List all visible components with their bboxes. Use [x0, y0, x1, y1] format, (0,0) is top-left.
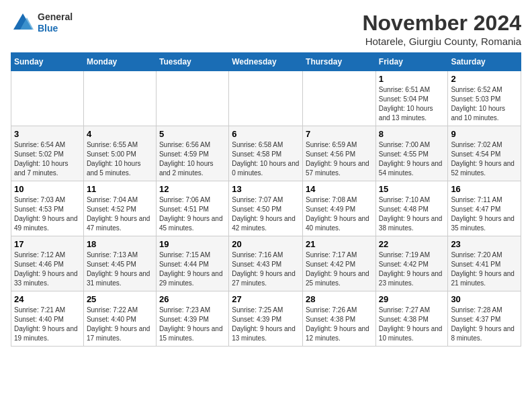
day-number: 24 — [14, 294, 81, 304]
day-info: Sunrise: 7:12 AM Sunset: 4:46 PM Dayligh… — [14, 250, 81, 288]
day-info: Sunrise: 6:51 AM Sunset: 5:04 PM Dayligh… — [379, 85, 445, 123]
day-number: 13 — [232, 184, 300, 194]
calendar-day-cell: 1Sunrise: 6:51 AM Sunset: 5:04 PM Daylig… — [375, 71, 448, 126]
day-info: Sunrise: 7:15 AM Sunset: 4:44 PM Dayligh… — [159, 250, 226, 288]
day-info: Sunrise: 7:08 AM Sunset: 4:49 PM Dayligh… — [306, 195, 373, 233]
calendar-table: SundayMondayTuesdayWednesdayThursdayFrid… — [11, 52, 521, 347]
day-info: Sunrise: 7:27 AM Sunset: 4:38 PM Dayligh… — [379, 306, 445, 343]
day-number: 19 — [159, 239, 226, 249]
calendar-day-cell: 19Sunrise: 7:15 AM Sunset: 4:44 PM Dayli… — [156, 236, 228, 291]
day-number: 27 — [232, 294, 300, 304]
day-info: Sunrise: 7:04 AM Sunset: 4:52 PM Dayligh… — [87, 195, 153, 233]
day-number: 22 — [379, 239, 445, 249]
day-info: Sunrise: 6:59 AM Sunset: 4:56 PM Dayligh… — [306, 140, 373, 178]
day-info: Sunrise: 7:20 AM Sunset: 4:41 PM Dayligh… — [451, 250, 518, 288]
day-number: 12 — [159, 184, 226, 194]
calendar-day-cell: 23Sunrise: 7:20 AM Sunset: 4:41 PM Dayli… — [448, 236, 521, 291]
day-info: Sunrise: 7:22 AM Sunset: 4:40 PM Dayligh… — [87, 306, 153, 343]
day-number: 25 — [87, 294, 153, 304]
calendar-day-cell: 3Sunrise: 6:54 AM Sunset: 5:02 PM Daylig… — [11, 126, 84, 181]
day-number: 3 — [14, 129, 81, 139]
day-number: 7 — [306, 129, 373, 139]
calendar-day-cell: 16Sunrise: 7:11 AM Sunset: 4:47 PM Dayli… — [448, 181, 521, 236]
calendar-day-cell: 7Sunrise: 6:59 AM Sunset: 4:56 PM Daylig… — [303, 126, 376, 181]
day-number: 15 — [379, 184, 445, 194]
day-number: 16 — [451, 184, 518, 194]
calendar-day-cell: 29Sunrise: 7:27 AM Sunset: 4:38 PM Dayli… — [375, 291, 448, 347]
day-number: 20 — [232, 239, 300, 249]
calendar-day-cell: 28Sunrise: 7:26 AM Sunset: 4:38 PM Dayli… — [303, 291, 376, 347]
day-info: Sunrise: 6:54 AM Sunset: 5:02 PM Dayligh… — [14, 140, 81, 178]
calendar-day-cell — [11, 71, 84, 126]
weekday-header-row: SundayMondayTuesdayWednesdayThursdayFrid… — [11, 53, 521, 71]
logo-general-text: General — [38, 11, 73, 23]
title-area: November 2024 Hotarele, Giurgiu County, … — [362, 11, 521, 47]
day-info: Sunrise: 6:55 AM Sunset: 5:00 PM Dayligh… — [87, 140, 153, 178]
weekday-header-sunday: Sunday — [11, 53, 84, 71]
calendar-day-cell — [229, 71, 303, 126]
calendar-day-cell: 12Sunrise: 7:06 AM Sunset: 4:51 PM Dayli… — [156, 181, 228, 236]
calendar-day-cell — [303, 71, 376, 126]
day-number: 14 — [306, 184, 373, 194]
calendar-day-cell: 24Sunrise: 7:21 AM Sunset: 4:40 PM Dayli… — [11, 291, 84, 347]
calendar-day-cell: 27Sunrise: 7:25 AM Sunset: 4:39 PM Dayli… — [229, 291, 303, 347]
calendar-week-row: 3Sunrise: 6:54 AM Sunset: 5:02 PM Daylig… — [11, 126, 521, 181]
day-info: Sunrise: 7:10 AM Sunset: 4:48 PM Dayligh… — [379, 195, 445, 233]
calendar-day-cell — [83, 71, 156, 126]
calendar-day-cell: 2Sunrise: 6:52 AM Sunset: 5:03 PM Daylig… — [448, 71, 521, 126]
day-number: 4 — [87, 129, 153, 139]
calendar-day-cell: 17Sunrise: 7:12 AM Sunset: 4:46 PM Dayli… — [11, 236, 84, 291]
weekday-header-monday: Monday — [83, 53, 156, 71]
day-number: 28 — [306, 294, 373, 304]
calendar-day-cell: 4Sunrise: 6:55 AM Sunset: 5:00 PM Daylig… — [83, 126, 156, 181]
day-number: 9 — [451, 129, 518, 139]
weekday-header-saturday: Saturday — [448, 53, 521, 71]
calendar-day-cell: 15Sunrise: 7:10 AM Sunset: 4:48 PM Dayli… — [375, 181, 448, 236]
day-number: 17 — [14, 239, 81, 249]
day-number: 23 — [451, 239, 518, 249]
day-number: 5 — [159, 129, 226, 139]
day-info: Sunrise: 7:03 AM Sunset: 4:53 PM Dayligh… — [14, 195, 81, 233]
calendar-week-row: 1Sunrise: 6:51 AM Sunset: 5:04 PM Daylig… — [11, 71, 521, 126]
calendar-day-cell: 30Sunrise: 7:28 AM Sunset: 4:37 PM Dayli… — [448, 291, 521, 347]
day-info: Sunrise: 7:25 AM Sunset: 4:39 PM Dayligh… — [232, 306, 300, 343]
calendar-week-row: 10Sunrise: 7:03 AM Sunset: 4:53 PM Dayli… — [11, 181, 521, 236]
calendar-week-row: 17Sunrise: 7:12 AM Sunset: 4:46 PM Dayli… — [11, 236, 521, 291]
calendar-day-cell: 10Sunrise: 7:03 AM Sunset: 4:53 PM Dayli… — [11, 181, 84, 236]
day-info: Sunrise: 7:00 AM Sunset: 4:55 PM Dayligh… — [379, 140, 445, 178]
day-number: 26 — [159, 294, 226, 304]
weekday-header-tuesday: Tuesday — [156, 53, 228, 71]
location-subtitle: Hotarele, Giurgiu County, Romania — [362, 36, 521, 47]
calendar-day-cell: 8Sunrise: 7:00 AM Sunset: 4:55 PM Daylig… — [375, 126, 448, 181]
calendar-day-cell: 26Sunrise: 7:23 AM Sunset: 4:39 PM Dayli… — [156, 291, 228, 347]
calendar-day-cell: 14Sunrise: 7:08 AM Sunset: 4:49 PM Dayli… — [303, 181, 376, 236]
calendar-day-cell: 6Sunrise: 6:58 AM Sunset: 4:58 PM Daylig… — [229, 126, 303, 181]
calendar-day-cell: 13Sunrise: 7:07 AM Sunset: 4:50 PM Dayli… — [229, 181, 303, 236]
day-number: 11 — [87, 184, 153, 194]
day-number: 30 — [451, 294, 518, 304]
calendar-day-cell — [156, 71, 228, 126]
calendar-day-cell: 20Sunrise: 7:16 AM Sunset: 4:43 PM Dayli… — [229, 236, 303, 291]
day-info: Sunrise: 7:07 AM Sunset: 4:50 PM Dayligh… — [232, 195, 300, 233]
weekday-header-wednesday: Wednesday — [229, 53, 303, 71]
day-number: 2 — [451, 74, 518, 84]
day-info: Sunrise: 7:17 AM Sunset: 4:42 PM Dayligh… — [306, 250, 373, 288]
weekday-header-thursday: Thursday — [303, 53, 376, 71]
logo: General Blue — [11, 11, 73, 35]
weekday-header-friday: Friday — [375, 53, 448, 71]
day-info: Sunrise: 7:28 AM Sunset: 4:37 PM Dayligh… — [451, 306, 518, 343]
day-info: Sunrise: 7:13 AM Sunset: 4:45 PM Dayligh… — [87, 250, 153, 288]
day-number: 29 — [379, 294, 445, 304]
day-info: Sunrise: 7:23 AM Sunset: 4:39 PM Dayligh… — [159, 306, 226, 343]
calendar-day-cell: 5Sunrise: 6:56 AM Sunset: 4:59 PM Daylig… — [156, 126, 228, 181]
calendar-day-cell: 18Sunrise: 7:13 AM Sunset: 4:45 PM Dayli… — [83, 236, 156, 291]
day-info: Sunrise: 7:06 AM Sunset: 4:51 PM Dayligh… — [159, 195, 226, 233]
calendar-body: 1Sunrise: 6:51 AM Sunset: 5:04 PM Daylig… — [11, 71, 521, 347]
day-info: Sunrise: 7:11 AM Sunset: 4:47 PM Dayligh… — [451, 195, 518, 233]
day-info: Sunrise: 7:16 AM Sunset: 4:43 PM Dayligh… — [232, 250, 300, 288]
day-number: 21 — [306, 239, 373, 249]
month-title: November 2024 — [362, 11, 521, 36]
logo-blue-text: Blue — [38, 23, 73, 34]
day-info: Sunrise: 6:56 AM Sunset: 4:59 PM Dayligh… — [159, 140, 226, 178]
page-header: General Blue November 2024 Hotarele, Giu… — [11, 11, 521, 47]
